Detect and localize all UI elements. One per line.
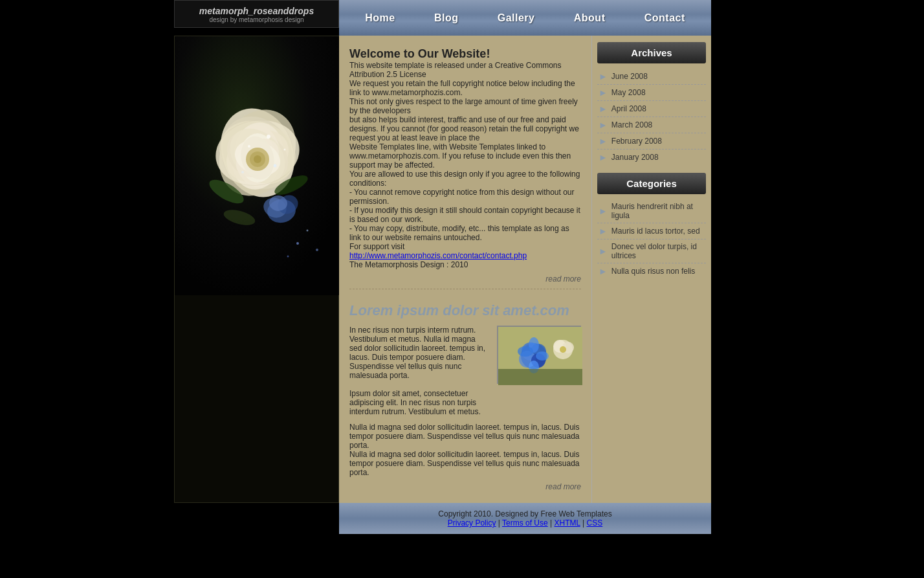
footer-links: Privacy Policy | Terms of Use | XHTML | … [346,518,705,528]
welcome-body2: We request you retain the full copyright… [349,79,581,97]
archive-link-3[interactable]: March 2008 [611,120,652,129]
archive-list: ► June 2008 ► May 2008 ► April 2008 ► [597,69,706,165]
category-item: ► Donec vel dolor turpis, id ultrices [597,239,706,263]
flower-image [175,36,340,295]
archive-item: ► March 2008 [597,117,706,133]
svg-point-47 [536,351,549,361]
archive-link-4[interactable]: February 2008 [611,137,662,146]
support-link[interactable]: http://www.metamorphozis.com/contact/con… [349,251,527,260]
bullet-icon: ► [599,152,608,162]
bullet-icon: ► [599,266,608,276]
welcome-body11: The Metamorphosis Design : 2010 [349,260,581,269]
nav-gallery[interactable]: Gallery [490,8,543,28]
right-sidebar: Archives ► June 2008 ► May 2008 ► April [591,36,711,503]
welcome-read-more[interactable]: read more [349,274,581,283]
bullet-icon: ► [599,246,608,256]
post-para3: Nulla id magna sed dolor sollicitudin la… [349,423,581,450]
bullet-icon: ► [599,206,608,216]
archives-title: Archives [597,42,706,63]
svg-point-30 [274,164,277,168]
site-tagline: design by metamorphosis design [178,16,335,23]
archive-item: ► April 2008 [597,101,706,117]
welcome-body6: You are allowed to use this design only … [349,170,581,188]
post-read-more[interactable]: read more [349,482,581,491]
bullet-icon: ► [599,71,608,82]
welcome-body3: This not only gives respect to the large… [349,97,581,115]
category-link-2[interactable]: Donec vel dolor turpis, id ultrices [611,242,705,260]
archive-link-0[interactable]: June 2008 [611,72,648,81]
main-content: Welcome to Our Website! This website tem… [339,36,591,503]
svg-point-32 [284,149,286,151]
svg-point-36 [316,249,318,251]
post-para1: In nec risus non turpis interm rutrum. V… [349,326,487,380]
welcome-body8: - If you modify this design it still sho… [349,206,581,224]
svg-point-34 [287,256,289,258]
svg-point-51 [560,346,566,353]
category-item: ► Nulla quis risus non felis [597,263,706,279]
archive-link-1[interactable]: May 2008 [611,88,646,97]
site-name: metamorph_roseanddrops [178,6,335,16]
category-link-0[interactable]: Mauris hendrerit nibh at ligula [611,202,705,220]
archive-item: ► February 2008 [597,133,706,150]
nav-blog[interactable]: Blog [426,8,467,28]
svg-point-45 [518,346,533,357]
svg-point-29 [248,145,250,148]
categories-title: Categories [597,173,706,194]
welcome-title: Welcome to Our Website! [349,47,581,61]
left-image-panel [174,36,339,503]
category-item: ► Mauris id lacus tortor, sed [597,223,706,239]
footer: Copyright 2010. Designed by Free Web Tem… [339,503,711,534]
welcome-body5: Website Templates line, with Website Tem… [349,142,581,170]
welcome-body4: but also helps build interest, traffic a… [349,115,581,142]
post-image [497,326,581,384]
archive-link-5[interactable]: January 2008 [611,153,659,162]
bullet-icon: ► [599,226,608,236]
nav-home[interactable]: Home [357,8,402,28]
svg-point-31 [241,171,244,173]
welcome-body10: For support visit http://www.metamorphoz… [349,242,581,260]
category-list: ► Mauris hendrerit nibh at ligula ► Maur… [597,199,706,279]
footer-xhtml[interactable]: XHTML [555,518,580,528]
bullet-icon: ► [599,104,608,114]
svg-point-33 [296,242,299,245]
footer-left-spacer [174,503,339,534]
svg-point-18 [254,155,261,163]
svg-rect-52 [498,369,582,385]
post-para4: Nulla id magna sed dolor sollicitudin la… [349,450,581,477]
post-para2: Ipsum dolor sit amet, consectetuer adipi… [349,389,487,416]
main-nav: Home Blog Gallery About Contact [339,8,711,28]
footer-css[interactable]: CSS [587,518,603,528]
bullet-icon: ► [599,136,608,146]
blog-post-title: Lorem ipsum dolor sit amet.com [349,302,581,319]
footer-copyright: Copyright 2010. Designed by Free Web Tem… [346,509,705,518]
archive-item: ► May 2008 [597,85,706,101]
category-link-3[interactable]: Nulla quis risus non felis [611,267,695,276]
welcome-body9: - You may copy, distribute, modify, etc.… [349,224,581,242]
footer-privacy[interactable]: Privacy Policy [448,518,496,528]
svg-point-28 [267,135,270,139]
footer-terms[interactable]: Terms of Use [502,518,548,528]
category-item: ► Mauris hendrerit nibh at ligula [597,199,706,223]
nav-about[interactable]: About [566,8,613,28]
welcome-body7: - You cannot remove copyright notice fro… [349,188,581,206]
svg-point-35 [307,230,309,232]
nav-contact[interactable]: Contact [637,8,693,28]
bullet-icon: ► [599,120,608,130]
post-content: In nec risus non turpis interm rutrum. V… [349,326,581,416]
category-link-1[interactable]: Mauris id lacus tortor, sed [611,227,700,236]
bullet-icon: ► [599,87,608,98]
welcome-body1: This website template is released under … [349,61,581,79]
archive-item: ► January 2008 [597,150,706,165]
archive-item: ► June 2008 [597,69,706,85]
archive-link-2[interactable]: April 2008 [611,104,646,113]
